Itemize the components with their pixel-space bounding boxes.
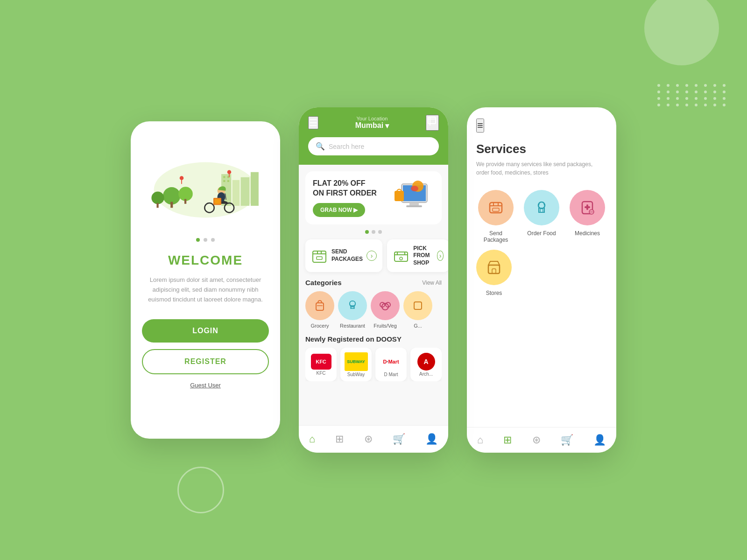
service-stores[interactable]: Stores <box>476 250 512 296</box>
svg-rect-33 <box>317 257 322 259</box>
welcome-illustration <box>142 135 269 229</box>
subway-name: SubWay <box>347 372 365 377</box>
send-packages-arrow: › <box>366 251 377 261</box>
newly-registered-title: Newly Registered on DOOSY <box>305 335 402 343</box>
hamburger-menu-button[interactable]: ☰ <box>308 116 318 129</box>
deals-nav-icon: ⊛ <box>364 433 373 445</box>
svg-rect-10 <box>170 202 173 208</box>
s3-nav-profile[interactable]: 👤 <box>593 434 606 446</box>
service-order-food[interactable]: Order Food <box>522 190 561 243</box>
home-nav-icon: ⌂ <box>309 433 315 445</box>
stores-service-label: Stores <box>486 290 502 296</box>
arch-logo: A <box>417 353 435 371</box>
send-packages-label: SENDPACKAGES <box>331 248 363 263</box>
banner-dot-2 <box>372 230 375 234</box>
subway-logo: SUBWAY <box>345 352 368 371</box>
svg-rect-3 <box>241 177 250 206</box>
service-medicines[interactable]: Medicines <box>568 190 607 243</box>
banner-image <box>392 179 434 217</box>
home-screen: ☰ Your Location Mumbai ▾ 🔍 S <box>299 107 448 453</box>
category-extra[interactable]: G... <box>403 291 432 329</box>
grid-nav-icon: ⊞ <box>335 433 344 445</box>
phones-container: WELCOME Lorem ipsum dolor sit amet, cons… <box>131 107 616 453</box>
send-packages-card[interactable]: SENDPACKAGES › <box>305 239 382 273</box>
svg-rect-22 <box>215 199 220 204</box>
categories-section-header: Categories View All <box>305 279 442 287</box>
restaurant-label: Restaurant <box>340 323 365 329</box>
pick-from-shop-card[interactable]: PICK FROMSHOP › <box>387 239 448 273</box>
services-menu-button[interactable]: ≡ <box>476 119 484 133</box>
stores-circle <box>476 250 512 285</box>
nav-home[interactable]: ⌂ <box>305 431 319 447</box>
pick-from-shop-label: PICK FROMSHOP <box>413 245 433 267</box>
header-top-row: ☰ Your Location Mumbai ▾ <box>308 115 439 131</box>
category-restaurant[interactable]: Restaurant <box>338 291 367 329</box>
extra-icon-circle <box>403 291 432 320</box>
fruits-label: Fruits/Veg <box>374 323 397 329</box>
view-all-button[interactable]: View All <box>422 280 442 286</box>
quick-actions-row: SENDPACKAGES › PICK FROMSHOP › <box>305 239 442 273</box>
svg-rect-26 <box>409 203 419 205</box>
register-button[interactable]: REGISTER <box>142 349 269 374</box>
grab-now-button[interactable]: GRAB NOW ▶ <box>313 203 365 217</box>
nav-cart[interactable]: 🛒 <box>389 431 409 447</box>
svg-rect-51 <box>492 269 496 273</box>
s3-nav-grid[interactable]: ⊞ <box>503 434 512 446</box>
services-title: Services <box>476 142 607 156</box>
services-bottom-nav: ⌂ ⊞ ⊛ 🛒 👤 <box>467 427 616 453</box>
grocery-label: Grocery <box>310 323 329 329</box>
svg-rect-5 <box>223 176 225 178</box>
svg-rect-41 <box>414 302 422 309</box>
svg-point-29 <box>411 186 418 191</box>
svg-rect-4 <box>251 172 259 206</box>
category-grocery[interactable]: Grocery <box>305 291 334 329</box>
brand-kfc[interactable]: KFC KFC <box>305 348 337 381</box>
home-bottom-nav: ⌂ ⊞ ⊛ 🛒 👤 <box>299 425 448 453</box>
send-packages-service-label: Send Packages <box>476 230 515 243</box>
svg-rect-23 <box>428 117 436 124</box>
dot-1 <box>196 238 200 242</box>
welcome-description: Lorem ipsum dolor sit amet, consectetuer… <box>142 275 269 304</box>
guest-user-link[interactable]: Guest User <box>190 382 221 389</box>
svg-point-13 <box>151 191 164 204</box>
your-location-label: Your Location <box>355 116 389 121</box>
login-button[interactable]: LOGIN <box>142 319 269 343</box>
services-screen: ≡ Services We provide many services like… <box>467 107 616 453</box>
cart-button[interactable] <box>426 115 439 131</box>
brand-dmart[interactable]: D·Mart D Mart <box>375 348 407 381</box>
categories-row: Grocery Restaurant <box>305 291 442 329</box>
dmart-logo: D·Mart <box>380 352 403 371</box>
category-fruits[interactable]: Fruits/Veg <box>371 291 400 329</box>
kfc-logo: KFC <box>311 354 331 370</box>
nav-grid[interactable]: ⊞ <box>331 431 347 447</box>
nav-profile[interactable]: 👤 <box>422 431 442 447</box>
order-food-service-label: Order Food <box>527 230 556 237</box>
s3-nav-home[interactable]: ⌂ <box>477 434 483 446</box>
bg-circle-outline <box>177 467 224 513</box>
fruits-icon-circle <box>371 291 400 320</box>
s3-nav-cart[interactable]: 🛒 <box>561 434 573 446</box>
svg-rect-36 <box>316 303 324 310</box>
search-icon: 🔍 <box>316 142 325 151</box>
svg-point-49 <box>589 211 594 213</box>
order-food-circle <box>524 190 559 225</box>
svg-rect-14 <box>156 203 158 208</box>
brand-arch[interactable]: A Arch... <box>410 348 442 381</box>
banner-dot-3 <box>378 230 382 234</box>
services-grid-row2: Stores <box>476 250 607 296</box>
svg-rect-27 <box>406 205 422 207</box>
dot-3 <box>211 238 215 242</box>
grocery-icon-circle <box>305 291 334 320</box>
location-display: Your Location Mumbai ▾ <box>355 116 389 130</box>
svg-rect-2 <box>233 180 240 206</box>
s3-nav-deals[interactable]: ⊛ <box>532 434 541 446</box>
banner-line1: FLAT 20% OFF ON FIRST ORDER <box>313 179 392 198</box>
svg-rect-8 <box>227 180 229 182</box>
bg-dots-decoration <box>657 84 728 106</box>
brand-subway[interactable]: SUBWAY SubWay <box>340 348 372 381</box>
brands-row: KFC KFC SUBWAY SubWay D·Mart D Mart A Ar… <box>305 348 442 381</box>
send-packages-circle <box>478 190 514 225</box>
nav-deals[interactable]: ⊛ <box>360 431 376 447</box>
search-bar[interactable]: 🔍 Search here <box>308 137 439 155</box>
service-send-packages[interactable]: Send Packages <box>476 190 515 243</box>
